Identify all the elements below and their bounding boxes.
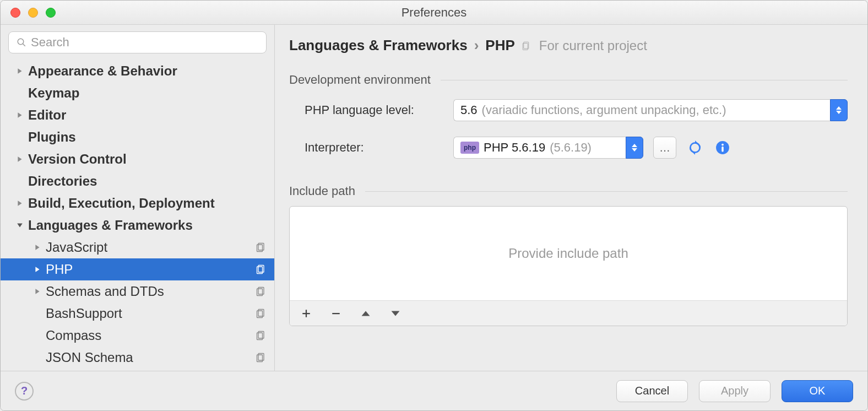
plus-icon <box>301 309 311 318</box>
sidebar-item-editor[interactable]: Editor <box>1 104 274 126</box>
interpreter-info-button[interactable] <box>714 139 731 156</box>
help-button[interactable]: ? <box>15 382 34 401</box>
sidebar-item-compass[interactable]: Compass <box>1 325 274 347</box>
breadcrumb-parent: Languages & Frameworks <box>289 37 468 54</box>
interpreter-select[interactable]: php PHP 5.6.19 (5.6.19) <box>453 137 643 159</box>
project-scope-icon <box>256 330 267 341</box>
sidebar-item-json-schema[interactable]: JSON Schema <box>1 347 274 369</box>
sidebar-item-directories[interactable]: Directories <box>1 170 274 192</box>
svg-marker-31 <box>392 311 400 316</box>
sidebar-item-build-execution-deployment[interactable]: Build, Execution, Deployment <box>1 192 274 214</box>
svg-marker-10 <box>35 267 39 272</box>
triangle-up-icon <box>361 310 371 317</box>
sidebar-item-label: Keymap <box>28 85 267 101</box>
svg-line-1 <box>23 44 25 46</box>
disclosure-arrow-icon <box>32 244 42 251</box>
sidebar-item-label: Languages & Frameworks <box>28 218 267 233</box>
move-down-button[interactable] <box>390 308 401 319</box>
disclosure-arrow-icon <box>15 156 25 163</box>
apply-button[interactable]: Apply <box>699 380 771 402</box>
sidebar-item-label: Version Control <box>28 152 267 167</box>
disclosure-arrow-icon <box>32 288 42 295</box>
search-icon <box>17 37 26 47</box>
sidebar-item-php[interactable]: PHP <box>1 258 274 280</box>
add-include-path-button[interactable] <box>301 308 312 319</box>
sidebar-item-schemas-and-dtds[interactable]: Schemas and DTDs <box>1 280 274 302</box>
sidebar-item-languages-frameworks[interactable]: Languages & Frameworks <box>1 214 274 236</box>
include-path-placeholder: Provide include path <box>508 246 628 261</box>
scope-hint: For current project <box>522 38 647 53</box>
sidebar-item-label: JSON Schema <box>46 350 256 365</box>
sidebar-item-plugins[interactable]: Plugins <box>1 126 274 148</box>
breadcrumb: Languages & Frameworks › PHP For current… <box>289 37 848 54</box>
project-scope-icon <box>522 41 531 51</box>
svg-marker-13 <box>35 289 39 294</box>
include-path-list[interactable]: Provide include path <box>290 207 847 300</box>
include-path-box: Provide include path <box>289 206 848 326</box>
sidebar-item-label: Build, Execution, Deployment <box>28 196 267 211</box>
project-scope-icon <box>256 286 267 297</box>
dialog-footer: ? Cancel Apply OK <box>1 371 867 410</box>
search-input[interactable]: Search <box>8 31 267 53</box>
triangle-down-icon <box>390 310 400 317</box>
php-language-level-desc: (variadic functions, argument unpacking,… <box>482 103 726 117</box>
breadcrumb-separator: › <box>474 37 479 54</box>
info-icon <box>715 140 730 155</box>
breadcrumb-current: PHP <box>485 37 514 54</box>
svg-point-0 <box>18 39 24 45</box>
reload-interpreter-button[interactable] <box>686 139 704 156</box>
svg-rect-26 <box>721 147 723 152</box>
disclosure-arrow-icon <box>32 266 42 273</box>
interpreter-version: (5.6.19) <box>550 140 592 155</box>
include-path-section-title: Include path <box>289 184 848 198</box>
project-scope-icon <box>256 242 267 253</box>
search-placeholder: Search <box>31 35 69 50</box>
window-title: Preferences <box>1 6 867 20</box>
svg-marker-5 <box>18 201 21 206</box>
sidebar-item-version-control[interactable]: Version Control <box>1 148 274 170</box>
project-scope-icon <box>256 308 267 319</box>
sidebar: Search Appearance & BehaviorKeymapEditor… <box>1 25 275 371</box>
minus-icon <box>331 309 341 318</box>
interpreter-label: Interpreter: <box>305 140 453 155</box>
refresh-icon <box>688 140 702 155</box>
include-path-toolbar <box>290 300 847 326</box>
project-scope-icon <box>256 264 267 275</box>
svg-marker-2 <box>18 68 21 74</box>
svg-marker-30 <box>362 311 370 316</box>
sidebar-item-label: Appearance & Behavior <box>28 63 267 79</box>
sidebar-item-label: PHP <box>46 262 256 277</box>
titlebar: Preferences <box>1 1 867 25</box>
move-up-button[interactable] <box>360 308 371 319</box>
dropdown-stepper-icon <box>830 99 848 121</box>
sidebar-item-label: Compass <box>46 328 256 343</box>
cancel-button[interactable]: Cancel <box>616 380 688 402</box>
php-language-level-value: 5.6 <box>460 103 478 117</box>
sidebar-item-label: Schemas and DTDs <box>46 284 256 299</box>
sidebar-item-label: Plugins <box>28 129 267 145</box>
sidebar-item-label: JavaScript <box>46 240 256 255</box>
php-language-level-label: PHP language level: <box>305 103 453 117</box>
svg-marker-3 <box>18 112 21 118</box>
preferences-tree: Appearance & BehaviorKeymapEditorPlugins… <box>1 60 274 371</box>
sidebar-item-bashsupport[interactable]: BashSupport <box>1 302 274 325</box>
interpreter-browse-button[interactable]: … <box>653 137 676 159</box>
sidebar-item-javascript[interactable]: JavaScript <box>1 236 274 258</box>
svg-point-25 <box>721 144 724 146</box>
remove-include-path-button[interactable] <box>330 308 341 319</box>
disclosure-arrow-icon <box>15 222 25 229</box>
sidebar-item-keymap[interactable]: Keymap <box>1 82 274 104</box>
sidebar-item-label: BashSupport <box>46 306 256 321</box>
ok-button[interactable]: OK <box>782 380 853 402</box>
svg-marker-6 <box>17 223 23 227</box>
php-language-level-select[interactable]: 5.6 (variadic functions, argument unpack… <box>453 99 848 121</box>
interpreter-name: PHP 5.6.19 <box>484 140 545 155</box>
dropdown-stepper-icon <box>626 137 643 159</box>
content-pane: Languages & Frameworks › PHP For current… <box>275 25 867 371</box>
svg-marker-7 <box>35 245 39 250</box>
dev-env-section-title: Development environment <box>289 73 848 87</box>
disclosure-arrow-icon <box>15 200 25 207</box>
sidebar-item-appearance-behavior[interactable]: Appearance & Behavior <box>1 60 274 82</box>
disclosure-arrow-icon <box>15 68 25 74</box>
question-icon: ? <box>21 385 28 397</box>
